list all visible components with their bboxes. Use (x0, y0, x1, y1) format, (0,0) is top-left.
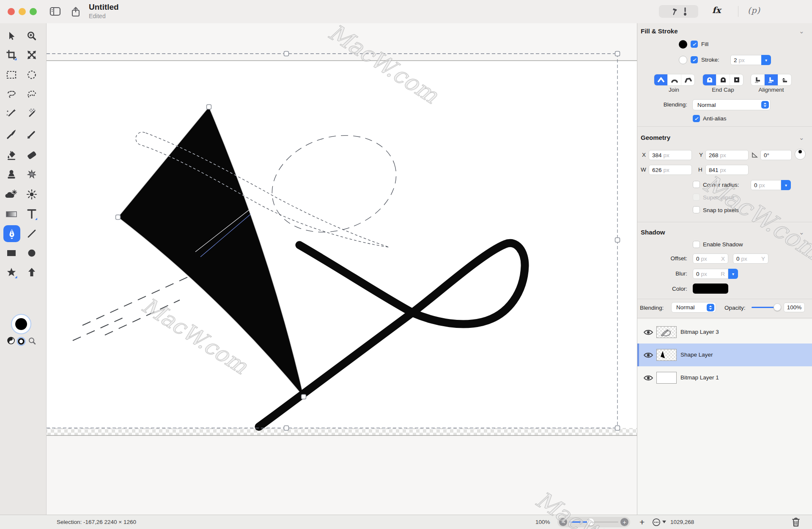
smudge-tool[interactable] (23, 166, 40, 183)
superellipse-checkbox (693, 194, 700, 201)
text-tool[interactable] (23, 206, 40, 223)
transform-tool[interactable] (23, 46, 40, 63)
zoom-tool[interactable] (23, 27, 40, 44)
rectangle-shape-tool[interactable] (3, 245, 20, 262)
gradient-tool[interactable] (3, 206, 20, 223)
layer-blending-dropdown[interactable]: Normal (671, 302, 716, 313)
polygon-lasso-tool[interactable] (23, 86, 40, 103)
canvas[interactable] (47, 23, 637, 515)
layer-row[interactable]: Bitmap Layer 1 (637, 366, 812, 389)
close-window-button[interactable] (8, 8, 15, 15)
stroke-width-field[interactable]: 2px (730, 55, 762, 65)
lasso-tool[interactable] (3, 86, 20, 103)
zoom-in-button[interactable]: + (620, 518, 628, 526)
y-field[interactable]: 268px (705, 150, 749, 160)
stamp-icon (6, 169, 17, 180)
tools-palette-toggle-button[interactable] (659, 5, 698, 18)
opacity-slider-knob[interactable] (774, 303, 781, 311)
filters-button[interactable]: fx (712, 5, 721, 15)
minimize-window-button[interactable] (19, 8, 26, 15)
opacity-value-field[interactable]: 100% (784, 303, 805, 312)
eraser-tool[interactable] (23, 147, 40, 164)
collapse-geometry-icon[interactable]: ⌄ (799, 134, 804, 142)
endcap-butt-button[interactable] (703, 74, 716, 85)
star-shape-tool[interactable] (3, 264, 20, 281)
plugin-button[interactable]: (p) (748, 5, 760, 15)
stroke-blending-dropdown[interactable]: Normal (692, 99, 771, 110)
align-inside-button[interactable] (751, 74, 764, 85)
offset-x-field[interactable]: 0pxX (693, 254, 728, 264)
magic-wand-tool[interactable] (3, 105, 20, 122)
eye-icon[interactable] (643, 329, 653, 336)
burn-tool[interactable] (23, 186, 40, 203)
zoom-knob[interactable] (587, 518, 594, 526)
eye-icon[interactable] (643, 374, 653, 382)
snap-to-pixels-checkbox[interactable] (693, 206, 700, 213)
width-field[interactable]: 626px (649, 165, 692, 175)
trash-icon[interactable] (792, 517, 800, 527)
corner-radius-field[interactable]: 0px (751, 180, 781, 190)
rotation-dial[interactable] (795, 149, 806, 160)
endcap-square-button[interactable] (730, 74, 743, 85)
pen-tool[interactable] (3, 225, 20, 242)
anti-alias-checkbox[interactable]: ✓ (693, 115, 700, 122)
move-tool[interactable] (3, 27, 20, 44)
stroke-width-dropdown-button[interactable]: ▾ (761, 55, 771, 65)
contrast-icon[interactable] (7, 336, 15, 345)
fill-checkbox[interactable]: ✓ (691, 41, 698, 48)
stroke-checkbox[interactable]: ✓ (691, 56, 698, 63)
blur-field[interactable]: 0pxR (693, 269, 728, 279)
color-loupe-icon[interactable] (16, 337, 26, 346)
more-options-icon[interactable] (652, 518, 661, 526)
add-button[interactable]: + (639, 517, 645, 527)
share-icon[interactable] (71, 6, 81, 17)
layer-row[interactable]: Bitmap Layer 3 (637, 321, 812, 344)
collapse-fill-stroke-icon[interactable]: ⌄ (799, 27, 804, 35)
join-round-button[interactable] (667, 74, 681, 85)
sun-icon (26, 189, 37, 200)
instant-alpha-tool[interactable] (23, 105, 40, 122)
join-miter-button[interactable] (654, 74, 667, 85)
dodge-tool[interactable] (3, 186, 20, 203)
ellipse-select-tool[interactable] (23, 66, 40, 83)
enable-shadow-checkbox[interactable] (693, 241, 700, 248)
zoom-slider[interactable]: − + (557, 517, 630, 527)
layer-row-selected[interactable]: Shape Layer (637, 344, 812, 366)
fill-color-swatch[interactable] (679, 40, 687, 49)
x-field[interactable]: 384px (649, 150, 692, 160)
rotation-field[interactable]: 0° (760, 150, 792, 160)
zoom-out-button[interactable]: − (559, 518, 567, 526)
brush-icon (683, 7, 687, 16)
blur-dropdown-button[interactable]: ▾ (728, 269, 738, 279)
clone-stamp-tool[interactable] (3, 166, 20, 183)
sidebar-toggle-icon[interactable] (49, 6, 61, 16)
eye-icon[interactable] (643, 352, 653, 359)
collapse-shadow-icon[interactable]: ⌄ (799, 229, 804, 236)
align-outside-button[interactable] (778, 74, 791, 85)
arrow-shape-tool[interactable] (23, 264, 40, 281)
brush-tool[interactable] (3, 126, 20, 143)
line-tool[interactable] (23, 225, 40, 242)
color-well[interactable] (11, 314, 31, 334)
corner-radius-dropdown-button[interactable]: ▾ (781, 180, 791, 190)
join-bevel-button[interactable] (681, 74, 694, 85)
dropdown-caret-icon[interactable] (662, 521, 666, 524)
ellipse-shape-tool[interactable] (23, 245, 40, 262)
stroke-color-swatch[interactable] (679, 56, 687, 64)
status-bar: Selection: -167,26 2240 × 1260 100% − + … (0, 515, 812, 529)
join-label: Join (654, 87, 694, 93)
endcap-round-button[interactable] (716, 74, 730, 85)
rect-select-tool[interactable] (3, 66, 20, 83)
hammer-icon (670, 7, 680, 16)
offset-y-field[interactable]: 0pxY (733, 254, 768, 264)
crop-tool[interactable] (3, 46, 20, 63)
rectangle-icon (6, 248, 17, 258)
corner-radius-checkbox[interactable] (693, 181, 700, 188)
magnifier-icon[interactable] (28, 337, 36, 345)
align-center-button[interactable] (764, 74, 778, 85)
height-field[interactable]: 841px (705, 165, 749, 175)
flood-fill-tool[interactable] (3, 147, 20, 164)
zoom-window-button[interactable] (30, 8, 37, 15)
pencil-tool[interactable] (23, 126, 40, 143)
shadow-color-swatch[interactable] (693, 284, 728, 294)
